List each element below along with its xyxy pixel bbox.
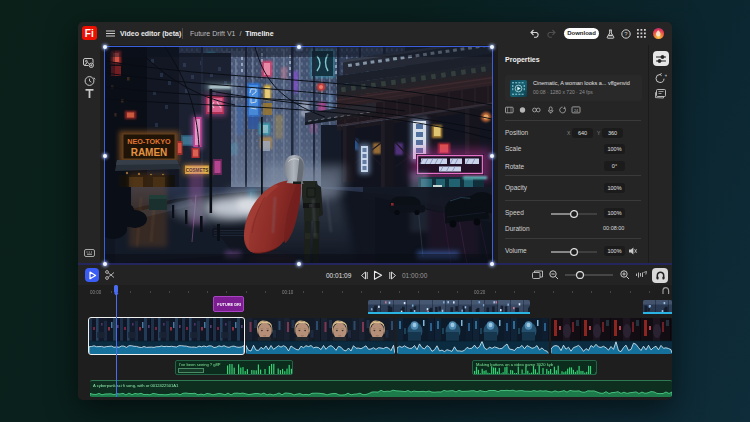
svg-text:?: ? — [624, 31, 628, 37]
svg-text:+: + — [665, 73, 668, 78]
svg-text:24: 24 — [574, 109, 578, 113]
